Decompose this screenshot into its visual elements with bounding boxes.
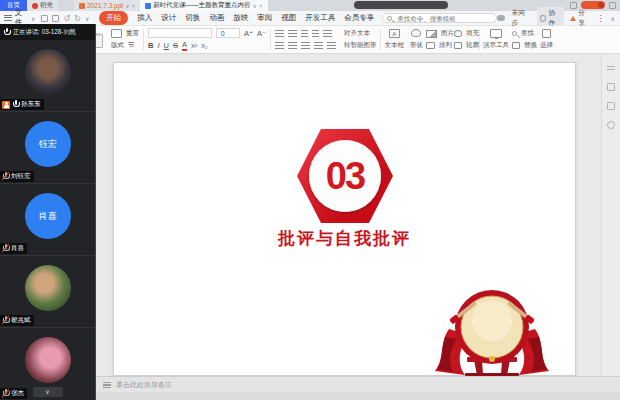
tab-caret-icon[interactable]: ∨ xyxy=(125,2,129,9)
decrease-indent-icon[interactable] xyxy=(301,30,308,37)
smart-graphic-button[interactable]: 转智能图形 xyxy=(344,41,377,50)
mic-icon xyxy=(3,28,10,37)
speaking-banner-text: 正在讲话: 03-128-刘凯 xyxy=(13,28,76,37)
notes-placeholder[interactable]: 单击此处添加备注 xyxy=(116,380,172,390)
panel-properties-icon[interactable] xyxy=(607,83,615,91)
font-size-input[interactable] xyxy=(219,29,237,38)
shapes-button[interactable]: 形状 xyxy=(407,26,426,53)
participant-tile[interactable]: 翟兆斌 xyxy=(0,256,95,328)
share-button[interactable]: 分享 xyxy=(570,8,590,28)
tab-animation[interactable]: 动画 xyxy=(209,13,224,23)
participant-tile[interactable]: 张杰 ∨ xyxy=(0,328,95,400)
more-icon[interactable]: ⋮ xyxy=(597,14,605,23)
collaborate-icon xyxy=(540,15,547,22)
tab-document-1[interactable]: 2021.7.3.ppt ∨ × xyxy=(74,0,140,11)
print-icon[interactable] xyxy=(52,15,59,22)
font-name-combo[interactable] xyxy=(148,28,212,38)
find-button[interactable]: 查找 xyxy=(512,29,537,38)
tab-transition[interactable]: 切换 xyxy=(185,13,200,23)
distribute-icon[interactable] xyxy=(327,42,336,49)
notes-icon xyxy=(103,382,111,388)
line-spacing-icon[interactable] xyxy=(323,30,332,37)
tab-home-ribbon[interactable]: 开始 xyxy=(99,11,128,25)
textbox-button[interactable]: A 文本框 xyxy=(381,26,407,53)
increase-indent-icon[interactable] xyxy=(312,30,319,37)
tab-caret-icon[interactable]: ∨ xyxy=(253,2,257,9)
underline-button[interactable]: U xyxy=(164,41,169,50)
tab-view[interactable]: 视图 xyxy=(281,13,296,23)
present-tools-button[interactable]: 演示工具 xyxy=(480,26,512,53)
slide-number: 03 xyxy=(326,157,364,195)
tab-review[interactable]: 审阅 xyxy=(257,13,272,23)
command-search[interactable] xyxy=(382,13,497,23)
collapse-ribbon-icon[interactable]: ∧ xyxy=(611,15,615,22)
tab-developer[interactable]: 开发工具 xyxy=(305,13,335,23)
bullet-list-icon[interactable] xyxy=(275,30,284,37)
tab-document-2-active[interactable]: 新时代党课——主题教育重点内容 ∨ × xyxy=(140,0,267,11)
undo-icon[interactable]: ↺ xyxy=(63,14,70,23)
mic-muted-icon xyxy=(2,244,9,253)
bold-button[interactable]: B xyxy=(148,41,153,50)
superscript-button[interactable]: X² xyxy=(191,43,197,49)
participant-tile[interactable]: 钰宏 刘钰宏 xyxy=(0,112,95,184)
fill-button[interactable]: 填充 xyxy=(454,29,479,38)
avatar xyxy=(25,49,71,95)
reset-icon xyxy=(111,29,122,38)
cloud-sync-icon[interactable] xyxy=(497,15,506,21)
participant-name: 翟兆斌 xyxy=(11,316,31,325)
font-name-input[interactable] xyxy=(151,29,209,38)
screen-share-overlay-bar xyxy=(354,1,448,9)
subscript-button[interactable]: X₂ xyxy=(201,43,207,49)
align-right-icon[interactable] xyxy=(301,42,310,49)
panel-list-icon[interactable] xyxy=(607,66,615,72)
picture-button[interactable]: 图片 xyxy=(426,29,454,38)
font-color-button[interactable]: A xyxy=(182,40,187,51)
notes-bar[interactable]: 单击此处添加备注 xyxy=(96,376,620,392)
panel-animation-icon[interactable] xyxy=(607,102,615,110)
strikethrough-button[interactable]: S xyxy=(173,41,178,50)
redo-icon[interactable]: ↻ xyxy=(74,14,81,23)
align-left-icon[interactable] xyxy=(275,42,284,49)
slide-number-shape[interactable]: 03 xyxy=(297,129,393,223)
quickbar-caret-icon[interactable]: ∨ xyxy=(85,15,89,22)
panel-help-icon[interactable] xyxy=(607,121,615,129)
mic-muted-icon xyxy=(2,316,9,325)
numbered-list-icon[interactable] xyxy=(288,30,297,37)
save-icon[interactable] xyxy=(41,15,48,22)
tab-slideshow[interactable]: 放映 xyxy=(233,13,248,23)
find-icon xyxy=(512,31,517,36)
tab-design[interactable]: 设计 xyxy=(161,13,176,23)
align-text-button[interactable]: 对齐文本 xyxy=(344,29,377,38)
italic-button[interactable]: I xyxy=(157,41,159,50)
section-button[interactable]: 节 xyxy=(128,41,135,50)
video-conference-panel: 正在讲话: 03-128-刘凯 孙东东 钰宏 刘钰宏 肖喜 肖喜 xyxy=(0,24,96,400)
select-button[interactable]: 选择 xyxy=(537,26,556,53)
hamburger-icon[interactable] xyxy=(4,15,12,21)
align-center-icon[interactable] xyxy=(288,42,297,49)
tab-close-icon[interactable]: × xyxy=(259,3,263,9)
replace-button[interactable]: 替换 xyxy=(512,41,537,50)
show-more-participants-button[interactable]: ∨ xyxy=(33,387,63,397)
shapes-icon xyxy=(411,29,421,37)
slide-title[interactable]: 批评与自我批评 xyxy=(114,227,575,250)
outline-button[interactable]: 轮廓 xyxy=(454,41,479,50)
reset-button[interactable]: 重置 xyxy=(126,29,139,38)
justify-icon[interactable] xyxy=(314,42,323,49)
participant-tile[interactable]: 孙东东 xyxy=(0,40,95,112)
layout-button[interactable]: 版式 xyxy=(111,41,124,50)
number-circle: 03 xyxy=(309,140,381,212)
increase-font-icon[interactable]: A⁺ xyxy=(244,29,253,38)
font-size-combo[interactable] xyxy=(216,28,240,38)
participant-tile[interactable]: 肖喜 肖喜 xyxy=(0,184,95,256)
tab-member[interactable]: 会员专享 xyxy=(344,13,374,23)
arrange-button[interactable]: 排列 xyxy=(426,41,454,50)
drum-illustration[interactable] xyxy=(435,289,549,377)
slide[interactable]: 03 批评与自我批评 xyxy=(113,62,576,376)
tab-close-icon[interactable]: × xyxy=(132,3,136,9)
doc-file-icon xyxy=(145,3,151,9)
participant-name: 孙东东 xyxy=(21,100,41,109)
tab-insert[interactable]: 插入 xyxy=(137,13,152,23)
search-input[interactable] xyxy=(395,14,492,23)
ppt-file-icon xyxy=(79,3,85,9)
decrease-font-icon[interactable]: A⁻ xyxy=(257,29,266,38)
